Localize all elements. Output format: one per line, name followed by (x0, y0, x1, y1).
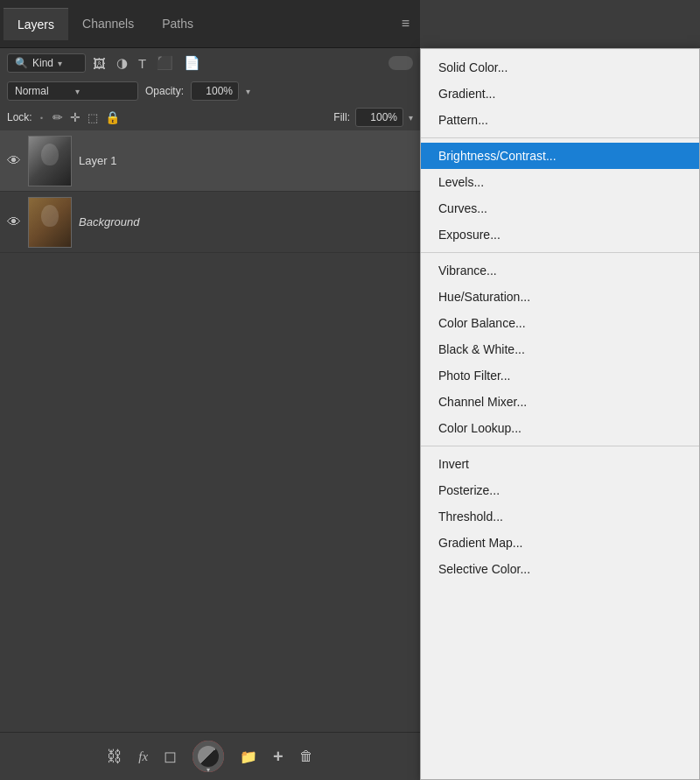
menu-item-solid-color[interactable]: Solid Color... (421, 54, 699, 81)
menu-item-exposure[interactable]: Exposure... (421, 221, 699, 248)
menu-item-color-lookup[interactable]: Color Lookup... (421, 415, 699, 441)
menu-item-channel-mixer[interactable]: Channel Mixer... (421, 389, 699, 415)
tab-paths[interactable]: Paths (148, 8, 207, 39)
filter-toggle[interactable] (388, 56, 413, 70)
blend-mode-value: Normal (15, 85, 71, 97)
menu-item-selective-color[interactable]: Selective Color... (421, 556, 699, 582)
menu-item-posterize[interactable]: Posterize... (421, 477, 699, 503)
delete-layer-icon[interactable]: 🗑 (299, 748, 313, 764)
opacity-input[interactable]: 100% (191, 81, 239, 101)
panel-menu-icon[interactable]: ≡ (395, 9, 416, 39)
layer-name-layer1: Layer 1 (79, 154, 413, 167)
bottom-bar: ⛓ fx ◻ 📁 + 🗑 (0, 732, 420, 780)
layer-item-background[interactable]: 👁 Background (0, 192, 420, 253)
menu-item-gradient[interactable]: Gradient... (421, 81, 699, 107)
link-icon[interactable]: ⛓ (107, 748, 122, 766)
menu-item-pattern[interactable]: Pattern... (421, 107, 699, 133)
menu-item-vibrance[interactable]: Vibrance... (421, 257, 699, 284)
lock-paint-icon[interactable]: ✏ (52, 110, 63, 124)
menu-divider (421, 137, 699, 138)
smartobj-filter-icon[interactable]: 📄 (182, 53, 202, 73)
menu-divider (421, 446, 699, 446)
fill-chevron-icon[interactable]: ▾ (409, 113, 413, 123)
menu-item-curves[interactable]: Curves... (421, 195, 699, 221)
adj-layer-icon (198, 746, 219, 767)
menu-item-hue-saturation[interactable]: Hue/Saturation... (421, 284, 699, 310)
opacity-label: Opacity: (145, 85, 184, 97)
adjustment-filter-icon[interactable]: ◑ (115, 53, 130, 73)
search-icon: 🔍 (15, 57, 28, 69)
menu-divider (421, 252, 699, 253)
menu-item-photo-filter[interactable]: Photo Filter... (421, 362, 699, 389)
layers-list: 👁 Layer 1 👁 Background (0, 130, 420, 732)
thumbnail-layer1 (28, 136, 72, 186)
kind-select[interactable]: 🔍 Kind ▾ (7, 53, 86, 73)
shape-filter-icon[interactable]: ⬛ (155, 53, 175, 73)
blend-chevron-icon: ▾ (75, 87, 131, 96)
visibility-icon-background[interactable]: 👁 (7, 214, 21, 230)
type-filter-icon[interactable]: T (136, 54, 148, 73)
fill-label: Fill: (333, 111, 350, 123)
lock-icons: ⬞ ✏ ✛ ⬚ 🔒 (38, 110, 120, 125)
fill-input[interactable]: 100% (355, 108, 403, 127)
menu-item-threshold[interactable]: Threshold... (421, 503, 699, 530)
menu-item-brightness-contrast[interactable]: Brightness/Contrast... (421, 143, 699, 169)
lock-move-icon[interactable]: ✛ (70, 110, 80, 124)
layer-item-layer1[interactable]: 👁 Layer 1 (0, 130, 420, 192)
filter-icons: 🖼 ◑ T ⬛ 📄 (91, 53, 202, 73)
mask-icon[interactable]: ◻ (164, 747, 177, 766)
layer-name-background: Background (79, 215, 413, 228)
tab-channels[interactable]: Channels (68, 8, 148, 39)
menu-item-color-balance[interactable]: Color Balance... (421, 310, 699, 336)
tab-bar: Layers Channels Paths ≡ (0, 0, 420, 48)
pixel-filter-icon[interactable]: 🖼 (91, 54, 108, 73)
lock-row: Lock: ⬞ ✏ ✛ ⬚ 🔒 Fill: 100% ▾ (0, 104, 420, 130)
menu-item-levels[interactable]: Levels... (421, 169, 699, 195)
visibility-icon-layer1[interactable]: 👁 (7, 153, 21, 169)
menu-item-invert[interactable]: Invert (421, 451, 699, 477)
adjustment-dropdown-menu: Solid Color...Gradient...Pattern...Brigh… (420, 48, 700, 780)
opacity-chevron-icon[interactable]: ▾ (246, 87, 250, 96)
new-group-icon[interactable]: 📁 (240, 748, 257, 765)
menu-item-black-white[interactable]: Black & White... (421, 336, 699, 362)
kind-chevron-icon: ▾ (58, 59, 62, 68)
blend-mode-select[interactable]: Normal ▾ (7, 81, 138, 101)
lock-all-icon[interactable]: 🔒 (105, 110, 120, 124)
filter-row: 🔍 Kind ▾ 🖼 ◑ T ⬛ 📄 (0, 48, 420, 78)
lock-label: Lock: (7, 111, 32, 123)
new-layer-icon[interactable]: + (273, 747, 284, 767)
adjustment-layer-button[interactable] (192, 741, 224, 772)
blend-row: Normal ▾ Opacity: 100% ▾ (0, 78, 420, 104)
fx-icon[interactable]: fx (138, 749, 148, 764)
menu-item-gradient-map[interactable]: Gradient Map... (421, 530, 699, 556)
lock-artboard-icon[interactable]: ⬚ (88, 111, 98, 124)
kind-label: Kind (32, 57, 53, 69)
tab-layers[interactable]: Layers (4, 8, 68, 40)
lock-transparency-icon[interactable]: ⬞ (38, 110, 46, 125)
layers-panel: Layers Channels Paths ≡ 🔍 Kind ▾ 🖼 ◑ T ⬛… (0, 0, 420, 780)
thumbnail-background (28, 197, 72, 248)
